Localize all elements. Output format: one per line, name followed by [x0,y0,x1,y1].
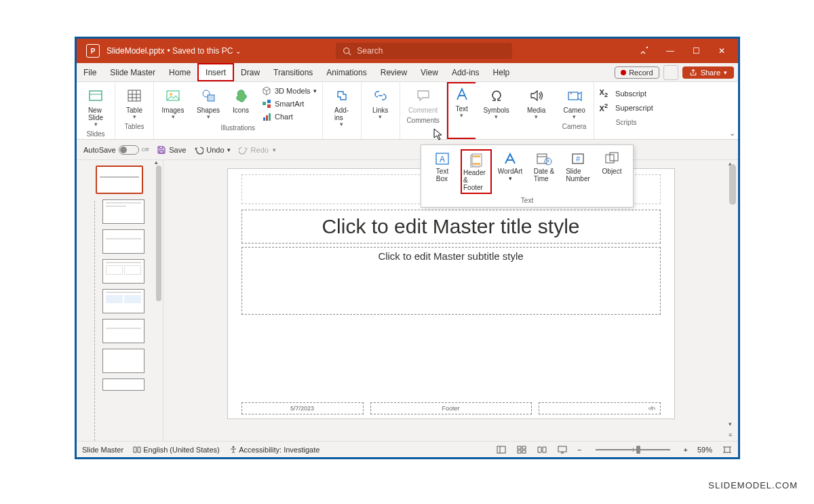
powerpoint-icon: P [86,44,100,58]
mic-icon[interactable] [639,45,650,56]
link-icon [371,86,390,105]
tab-add-ins[interactable]: Add-ins [445,63,486,81]
slide-master-thumbnail[interactable] [96,166,143,194]
slide-number-placeholder[interactable]: ‹#› [539,402,661,414]
slide-layout-thumbnail[interactable] [102,289,144,313]
object-icon [602,151,621,167]
minimize-button[interactable]: — [665,45,676,56]
superscript-button[interactable]: X2 Superscript [598,102,655,113]
title-placeholder[interactable]: Click to edit Master title style [241,210,661,244]
group-illustrations-label: Illustrations [221,124,256,132]
slide-layout-thumbnail[interactable] [102,319,144,343]
slide-thumbnail-panel[interactable]: ▴ [77,160,163,441]
scroll-up-icon[interactable]: ▴ [155,160,161,166]
images-icon [163,86,182,105]
slide-layout-thumbnail[interactable] [102,199,144,224]
table-button[interactable]: Table▾ [119,85,149,121]
subtitle-placeholder[interactable]: Click to edit Master subtitle style [241,247,661,315]
zoom-out-button[interactable]: − [577,446,581,454]
new-slide-icon [86,86,105,105]
slide-layout-thumbnail[interactable] [102,379,144,391]
slide-layout-thumbnail[interactable] [102,229,144,254]
text-box-button[interactable]: AText Box [427,149,458,194]
subscript-button[interactable]: X2 Subscript [598,88,648,99]
date-placeholder[interactable]: 5/7/2023 [241,402,364,414]
reading-view-button[interactable] [537,445,547,454]
svg-rect-3 [90,91,102,100]
tab-view[interactable]: View [414,63,445,81]
group-tables: Table▾ Tables [115,82,154,139]
add-ins-label: Add- ins [334,106,349,121]
date-time-button[interactable]: Date & Time [528,149,560,194]
header-footer-button[interactable]: Header & Footer [461,149,492,194]
subscript-icon: X2 [600,88,608,98]
zoom-in-button[interactable]: + [684,446,688,454]
save-status[interactable]: • Saved to this PC [167,46,233,56]
smartart-button[interactable]: SmartArt [260,98,318,110]
autosave-toggle[interactable]: AutoSave Off [83,145,149,155]
tab-animations[interactable]: Animations [319,63,373,81]
canvas-scrollbar[interactable] [729,164,736,205]
next-slide-icon[interactable]: ≡ [729,431,735,438]
wordart-button[interactable]: WordArt▾ [495,149,526,194]
zoom-level[interactable]: 59% [697,446,712,454]
media-button[interactable]: Media▾ [522,85,551,121]
normal-view-button[interactable] [496,445,507,454]
chevron-down-icon[interactable]: ⌄ [235,47,241,55]
tab-help[interactable]: Help [486,63,517,81]
thumbnail-scrollbar[interactable] [156,166,161,301]
add-ins-button[interactable]: Add- ins▾ [327,85,357,129]
tab-transitions[interactable]: Transitions [267,63,319,81]
tab-file[interactable]: File [77,63,103,81]
3d-models-button[interactable]: 3D Models ▾ [260,85,318,97]
search-input[interactable]: Search [336,43,512,59]
svg-rect-32 [724,447,730,452]
save-button[interactable]: Save [157,145,186,155]
close-button[interactable]: ✕ [716,45,727,56]
text-button[interactable]: Text▾ [447,82,476,139]
slide-layout-thumbnail[interactable] [102,259,144,284]
accessibility-button[interactable]: Accessibility: Investigate [229,446,320,454]
svg-rect-15 [267,100,271,103]
maximize-button[interactable]: ☐ [691,45,701,56]
footer-placeholder[interactable]: Footer [370,402,532,414]
work-area: ▴ ▴ ▾ ≡ Click to edit Master title style… [77,160,738,441]
slide-number-button[interactable]: #Slide Number [562,149,594,194]
share-button[interactable]: Share ▾ [682,66,734,79]
fit-to-window-button[interactable] [722,445,733,454]
language-button[interactable]: English (United States) [133,446,220,454]
svg-text:A: A [440,155,445,164]
images-button[interactable]: Images▾ [158,85,188,121]
svg-rect-35 [473,155,480,157]
tab-slide-master[interactable]: Slide Master [103,63,162,81]
document-name: SlideModel.pptx [106,46,164,56]
tab-review[interactable]: Review [374,63,414,81]
record-button[interactable]: Record [615,66,659,79]
redo-button[interactable]: Redo [239,145,269,155]
tab-draw[interactable]: Draw [234,63,267,81]
omega-icon [487,86,506,105]
tab-home[interactable]: Home [162,63,197,81]
tab-insert[interactable]: Insert [197,63,234,81]
cube-icon [261,85,272,96]
ribbon-collapse-button[interactable]: ⌄ [729,129,735,138]
slideshow-button[interactable] [557,445,568,454]
cameo-button[interactable]: Cameo▾ [560,85,589,121]
symbols-button[interactable]: Symbols▾ [480,85,513,121]
slide-layout-thumbnail[interactable] [102,349,144,373]
scroll-down-icon[interactable]: ▾ [729,421,735,427]
chart-button[interactable]: Chart [260,111,318,123]
object-button[interactable]: Object [596,149,627,194]
links-button[interactable]: Links▾ [366,85,395,121]
zoom-slider[interactable] [596,449,670,450]
comment-button[interactable]: Comment [404,85,442,115]
slide-sorter-button[interactable] [516,445,527,454]
undo-button[interactable]: Undo▾ [194,145,230,155]
group-comments-label: Comments [406,117,439,124]
qat-customize[interactable]: ▾ [273,147,276,153]
ribbon-options-button[interactable] [663,65,678,80]
shapes-button[interactable]: Shapes▾ [193,85,223,121]
new-slide-button[interactable]: New Slide▾ [81,85,111,129]
icons-button[interactable]: Icons [229,85,253,115]
chart-icon [261,111,272,122]
